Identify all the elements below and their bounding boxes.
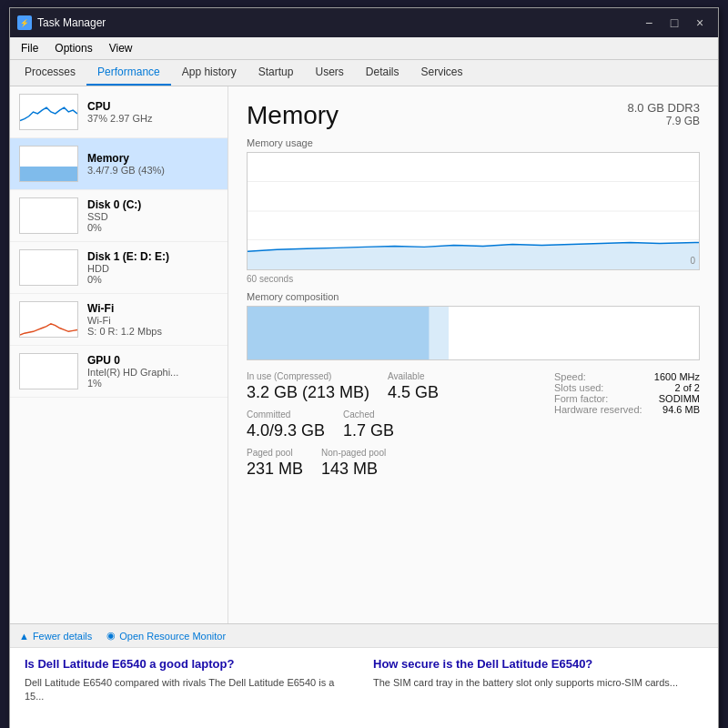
wifi-name: Wi-Fi: [87, 302, 218, 315]
open-monitor-label: Open Resource Monitor: [119, 631, 226, 642]
disk1-sub1: HDD: [87, 263, 218, 274]
sidebar-item-disk0[interactable]: Disk 0 (C:) SSD 0%: [10, 190, 228, 242]
tab-performance[interactable]: Performance: [86, 60, 171, 86]
wifi-thumbnail: [19, 301, 78, 338]
left-stats: In use (Compressed) 3.2 GB (213 MB) Avai…: [247, 371, 536, 479]
tab-services[interactable]: Services: [410, 60, 474, 86]
committed-value: 4.0/9.3 GB: [247, 421, 325, 440]
menu-view[interactable]: View: [102, 39, 140, 57]
web-question-2[interactable]: How secure is the Dell Latitude E6540?: [373, 657, 703, 671]
stats-section: In use (Compressed) 3.2 GB (213 MB) Avai…: [247, 371, 700, 479]
svg-rect-6: [248, 307, 429, 359]
stats-row-2: Committed 4.0/9.3 GB Cached 1.7 GB: [247, 410, 536, 440]
slots-value: 2 of 2: [674, 382, 700, 393]
cpu-info: CPU 37% 2.97 GHz: [87, 100, 218, 124]
gpu0-sub1: Intel(R) HD Graphi...: [87, 367, 218, 378]
open-monitor-link[interactable]: ◉ Open Resource Monitor: [106, 630, 226, 642]
web-content: Is Dell Latitude E6540 a good laptop? De…: [10, 647, 718, 728]
memory-thumbnail: [19, 146, 78, 182]
memory-info: Memory 3.4/7.9 GB (43%): [87, 152, 218, 176]
disk0-sub1: SSD: [87, 211, 218, 222]
chevron-up-icon: ▲: [19, 631, 29, 642]
cpu-thumbnail: [19, 94, 78, 130]
cached-value: 1.7 GB: [343, 421, 394, 440]
web-text-1: Dell Latitude E6540 compared with rivals…: [25, 676, 355, 704]
tab-startup[interactable]: Startup: [248, 60, 305, 86]
nonpaged-value: 143 MB: [321, 460, 386, 479]
cpu-name: CPU: [87, 100, 218, 113]
gpu0-name: GPU 0: [87, 354, 218, 367]
memory-composition-graph: [247, 306, 700, 360]
in-use-label: In use (Compressed): [247, 371, 369, 381]
close-button[interactable]: ×: [689, 14, 711, 32]
tabs-bar: Processes Performance App history Startu…: [10, 60, 718, 86]
window-title: Task Manager: [37, 16, 106, 29]
sidebar-item-memory[interactable]: Memory 3.4/7.9 GB (43%): [10, 138, 228, 190]
gpu0-info: GPU 0 Intel(R) HD Graphi... 1%: [87, 354, 218, 389]
time-label: 60 seconds: [247, 274, 700, 284]
main-spec: 8.0 GB DDR3: [628, 101, 700, 115]
form-label: Form factor:: [554, 393, 608, 404]
monitor-icon: ◉: [106, 630, 116, 642]
gpu0-thumbnail: [19, 353, 78, 389]
hw-reserved-value: 94.6 MB: [662, 404, 700, 415]
main-panel: Memory 8.0 GB DDR3 7.9 GB Memory usage: [228, 86, 718, 623]
tab-details[interactable]: Details: [355, 60, 410, 86]
wifi-sub1: Wi-Fi: [87, 315, 218, 326]
maximize-button[interactable]: □: [663, 14, 685, 32]
stat-speed: Speed: 1600 MHz: [554, 371, 700, 382]
graph-zero: 0: [690, 256, 695, 266]
stat-cached: Cached 1.7 GB: [343, 410, 394, 440]
menu-options[interactable]: Options: [47, 39, 99, 57]
nonpaged-label: Non-paged pool: [321, 448, 386, 458]
available-value: 4.5 GB: [388, 383, 439, 402]
sidebar-item-gpu0[interactable]: GPU 0 Intel(R) HD Graphi... 1%: [10, 346, 228, 398]
main-total: 7.9 GB: [628, 115, 700, 127]
sidebar-item-cpu[interactable]: CPU 37% 2.97 GHz: [10, 86, 228, 138]
composition-label: Memory composition: [247, 291, 700, 302]
available-label: Available: [388, 371, 439, 381]
sidebar-item-wifi[interactable]: Wi-Fi Wi-Fi S: 0 R: 1.2 Mbps: [10, 294, 228, 346]
stat-committed: Committed 4.0/9.3 GB: [247, 410, 325, 440]
task-manager-window: ⚡ Task Manager − □ × File Options View P…: [9, 7, 719, 728]
disk1-thumbnail: [19, 249, 78, 286]
tab-app-history[interactable]: App history: [171, 60, 248, 86]
app-icon: ⚡: [17, 15, 32, 30]
main-content: CPU 37% 2.97 GHz Memory 3.4/7.9 GB (43%): [10, 86, 718, 623]
web-question-1[interactable]: Is Dell Latitude E6540 a good laptop?: [25, 657, 355, 671]
wifi-sub2: S: 0 R: 1.2 Mbps: [87, 326, 218, 337]
web-col-1: Is Dell Latitude E6540 a good laptop? De…: [25, 657, 355, 728]
speed-value: 1600 MHz: [654, 371, 700, 382]
disk0-thumbnail: [19, 197, 78, 234]
sidebar-item-disk1[interactable]: Disk 1 (E: D: E:) HDD 0%: [10, 242, 228, 294]
menu-bar: File Options View: [10, 37, 718, 60]
paged-label: Paged pool: [247, 448, 303, 458]
cpu-sub: 37% 2.97 GHz: [87, 113, 218, 124]
title-controls: − □ ×: [638, 14, 711, 32]
in-use-value: 3.2 GB (213 MB): [247, 383, 369, 402]
menu-file[interactable]: File: [14, 39, 46, 57]
memory-usage-graph: 0: [247, 152, 700, 270]
stats-row-3: Paged pool 231 MB Non-paged pool 143 MB: [247, 448, 536, 479]
fewer-details-label: Fewer details: [33, 631, 92, 642]
title-bar: ⚡ Task Manager − □ ×: [10, 8, 718, 37]
tab-processes[interactable]: Processes: [14, 60, 86, 86]
fewer-details-link[interactable]: ▲ Fewer details: [19, 631, 92, 642]
disk0-name: Disk 0 (C:): [87, 198, 218, 211]
stat-in-use: In use (Compressed) 3.2 GB (213 MB): [247, 371, 369, 402]
wifi-info: Wi-Fi Wi-Fi S: 0 R: 1.2 Mbps: [87, 302, 218, 337]
minimize-button[interactable]: −: [638, 14, 660, 32]
main-header: Memory 8.0 GB DDR3 7.9 GB: [247, 101, 700, 130]
bottom-bar: ▲ Fewer details ◉ Open Resource Monitor: [10, 623, 718, 647]
disk0-sub2: 0%: [87, 222, 218, 233]
speed-label: Speed:: [554, 371, 586, 382]
stat-hw-reserved: Hardware reserved: 94.6 MB: [554, 404, 700, 415]
sidebar: CPU 37% 2.97 GHz Memory 3.4/7.9 GB (43%): [10, 86, 228, 623]
main-title: Memory: [247, 101, 339, 130]
stat-form: Form factor: SODIMM: [554, 393, 700, 404]
cached-label: Cached: [343, 410, 394, 420]
disk1-info: Disk 1 (E: D: E:) HDD 0%: [87, 250, 218, 285]
form-value: SODIMM: [659, 393, 700, 404]
right-stats: Speed: 1600 MHz Slots used: 2 of 2 Form …: [554, 371, 700, 479]
tab-users[interactable]: Users: [304, 60, 354, 86]
